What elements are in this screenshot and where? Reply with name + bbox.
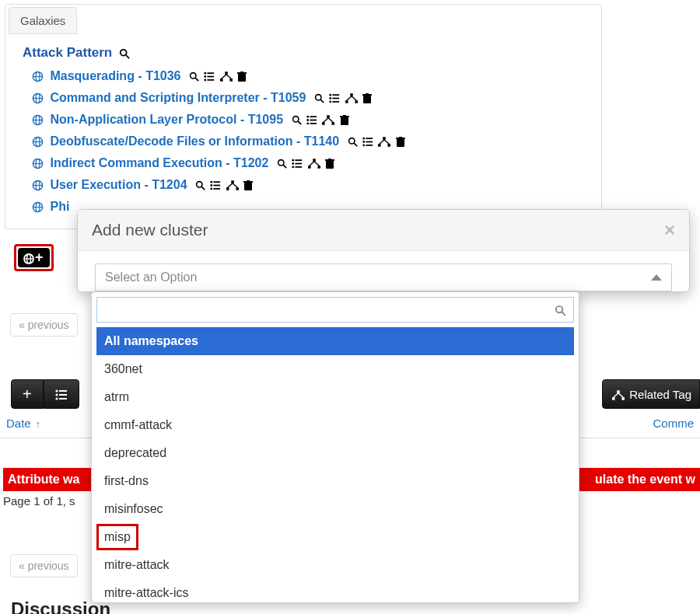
dropdown-option[interactable]: first-dns	[96, 467, 574, 495]
close-icon[interactable]: ×	[664, 221, 675, 239]
svg-point-45	[306, 116, 309, 118]
search-icon[interactable]	[348, 131, 358, 152]
cluster-item: Masquerading - T1036	[32, 65, 587, 87]
svg-point-87	[292, 166, 295, 169]
add-cluster-modal: Add new cluster × Select an Option	[77, 209, 690, 292]
add-cluster-button[interactable]: +	[18, 248, 50, 267]
globe-icon	[32, 91, 44, 104]
list-icon[interactable]	[204, 65, 215, 87]
graph-icon[interactable]	[226, 174, 239, 196]
svg-rect-96	[328, 159, 331, 160]
svg-rect-84	[296, 160, 303, 162]
dropdown-option[interactable]: deprecated	[96, 439, 574, 467]
galaxies-tab[interactable]: Galaxies	[9, 7, 77, 34]
dropdown-option-highlighted[interactable]: misp	[96, 524, 138, 550]
svg-point-7	[205, 72, 207, 75]
svg-point-9	[205, 75, 207, 78]
cluster-item-link[interactable]: Masquerading - T1036	[50, 69, 180, 82]
svg-line-74	[384, 140, 389, 144]
svg-rect-70	[383, 138, 387, 141]
cluster-item-link[interactable]: User Execution - T1204	[50, 178, 187, 191]
svg-rect-71	[378, 144, 381, 147]
add-attribute-button[interactable]: +	[11, 379, 44, 409]
dropdown-option[interactable]: cmmf-attack	[96, 411, 574, 439]
graph-icon[interactable]	[308, 152, 320, 174]
svg-line-112	[233, 183, 237, 187]
svg-rect-15	[229, 78, 233, 82]
globe-icon	[32, 200, 44, 213]
column-header-comment[interactable]: Comme	[653, 417, 694, 430]
svg-point-83	[292, 159, 295, 162]
trash-icon[interactable]	[340, 109, 349, 131]
graph-icon[interactable]	[322, 109, 334, 131]
graph-icon[interactable]	[345, 87, 358, 109]
trash-icon[interactable]	[243, 174, 253, 196]
cluster-item-link[interactable]: Deobfuscate/Decode Files or Information …	[50, 134, 339, 148]
cluster-item: Non-Application Layer Protocol - T1095	[32, 109, 587, 131]
list-icon[interactable]	[306, 109, 317, 131]
cluster-item-tools	[290, 113, 349, 126]
dropdown-options[interactable]: All namespaces 360net atrm cmmf-attack d…	[96, 327, 574, 598]
search-icon[interactable]	[189, 65, 199, 87]
list-icon[interactable]	[292, 152, 303, 174]
caret-up-icon	[651, 274, 662, 281]
search-icon[interactable]	[314, 87, 324, 109]
dropdown-option[interactable]: atrm	[96, 383, 574, 411]
dropdown-search-input[interactable]	[96, 297, 574, 323]
trash-icon[interactable]	[325, 152, 334, 174]
svg-point-104	[211, 184, 213, 187]
trash-icon[interactable]	[362, 87, 372, 109]
cluster-item: User Execution - T1204	[32, 174, 587, 196]
related-tags-button[interactable]: Related Tag	[602, 379, 700, 409]
svg-line-25	[320, 99, 324, 103]
list-icon[interactable]	[362, 131, 373, 152]
search-icon	[555, 303, 566, 317]
dropdown-option[interactable]: 360net	[96, 355, 574, 383]
cluster-item-link[interactable]: Indirect Command Execution - T1202	[50, 156, 268, 169]
graph-icon[interactable]	[220, 65, 233, 87]
graph-icon[interactable]	[378, 131, 390, 152]
svg-rect-50	[310, 123, 317, 124]
dropdown-option[interactable]: misinfosec	[96, 495, 574, 523]
pager-previous-bottom[interactable]: « previous	[10, 554, 78, 577]
svg-point-106	[211, 188, 213, 190]
svg-point-49	[306, 123, 309, 125]
sort-asc-icon: ↑	[36, 419, 40, 430]
svg-point-102	[211, 181, 213, 183]
globe-icon	[32, 134, 44, 148]
list-view-button[interactable]	[44, 379, 79, 409]
svg-line-55	[328, 118, 333, 122]
svg-rect-12	[208, 79, 215, 81]
search-icon[interactable]	[277, 152, 287, 174]
cluster-item-tools	[187, 69, 247, 82]
cluster-item-link[interactable]: Phi	[50, 200, 69, 213]
cluster-item: Indirect Command Execution - T1202	[32, 152, 587, 174]
cluster-item-link[interactable]: Non-Application Layer Protocol - T1095	[50, 113, 283, 126]
search-icon[interactable]	[119, 45, 130, 60]
cluster-item: Deobfuscate/Decode Files or Information …	[32, 131, 587, 152]
cluster-item-link[interactable]: Command and Scripting Interpreter - T105…	[50, 91, 306, 104]
svg-line-92	[310, 162, 314, 166]
dropdown-option[interactable]: All namespaces	[96, 327, 574, 355]
pager-previous[interactable]: « previous	[10, 313, 78, 337]
trash-icon[interactable]	[237, 65, 247, 87]
svg-line-16	[222, 75, 226, 78]
svg-rect-107	[214, 188, 221, 190]
trash-icon[interactable]	[396, 131, 405, 152]
dropdown-option[interactable]: mitre-attack	[96, 551, 574, 579]
column-header-date[interactable]: Date ↑	[6, 417, 40, 430]
svg-rect-91	[317, 166, 320, 169]
galaxies-panel: Galaxies Attack Pattern Masquerading - T…	[5, 4, 602, 229]
modal-header: Add new cluster ×	[78, 210, 689, 251]
svg-line-6	[195, 78, 198, 81]
list-icon[interactable]	[210, 174, 221, 196]
dropdown-option[interactable]: mitre-attack-ics	[96, 579, 574, 598]
list-icon	[55, 385, 68, 403]
namespace-select[interactable]: Select an Option	[95, 263, 672, 291]
svg-point-62	[348, 138, 354, 144]
cluster-item: Command and Scripting Interpreter - T105…	[32, 87, 587, 109]
svg-line-82	[283, 165, 286, 168]
search-icon[interactable]	[292, 109, 302, 131]
search-icon[interactable]	[195, 174, 205, 196]
list-icon[interactable]	[329, 87, 340, 109]
